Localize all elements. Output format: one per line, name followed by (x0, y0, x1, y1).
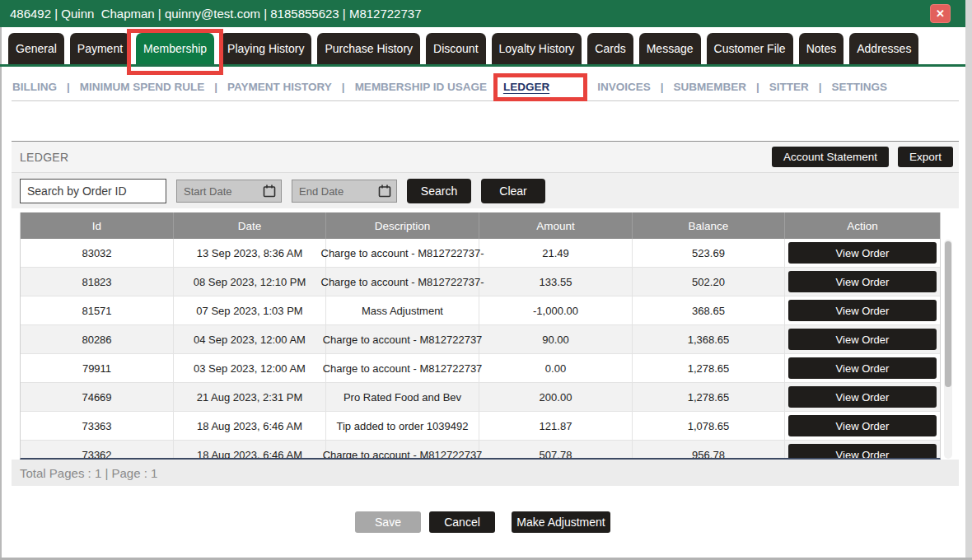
cell-amount: 0.00 (479, 354, 633, 383)
subnav-membership-id-usage[interactable]: MEMBERSHIP ID USAGE (355, 81, 487, 93)
subnav-separator: | (67, 81, 70, 93)
tab-notes[interactable]: Notes (799, 33, 844, 64)
view-order-button[interactable]: View Order (788, 242, 937, 264)
subnav-ledger-wrap: LEDGER (503, 81, 549, 93)
account-statement-button[interactable]: Account Statement (772, 147, 889, 167)
subnav-settings[interactable]: SETTINGS (832, 81, 888, 93)
tab-purchase-history[interactable]: Purchase History (317, 33, 420, 64)
tab-cards[interactable]: Cards (587, 33, 633, 64)
cell-balance: 1,368.65 (633, 325, 785, 354)
cell-amount: 21.49 (479, 239, 633, 268)
cell-balance: 523.69 (633, 239, 785, 268)
cell-description: Charge to account - M812722737 (326, 441, 479, 460)
make-adjustment-button[interactable]: Make Adjustment (512, 511, 610, 533)
subnav-separator: | (214, 81, 217, 93)
window-left-edge (0, 0, 2, 560)
cell-balance: 1,278.65 (633, 383, 785, 412)
column-header-date: Date (174, 212, 326, 239)
search-button[interactable]: Search (407, 179, 471, 203)
tab-general[interactable]: General (8, 33, 64, 64)
cell-description: Pro Rated Food and Bev (326, 383, 479, 412)
cell-description: Charge to account - M812722737 (326, 354, 479, 383)
table-row: 73363 18 Aug 2023, 6:46 AM Tip added to … (21, 412, 940, 441)
view-order-button[interactable]: View Order (788, 386, 937, 408)
view-order-button[interactable]: View Order (788, 329, 937, 350)
tab-underline-rule (0, 64, 965, 67)
cell-balance: 368.65 (633, 296, 785, 325)
subnav-separator: | (756, 81, 759, 93)
table-row: 81571 07 Sep 2023, 1:03 PM Mass Adjustme… (21, 296, 940, 325)
cell-id: 79911 (21, 354, 174, 383)
ledger-table: Id Date Description Amount Balance Actio… (20, 212, 941, 460)
dialog-action-row: Save Cancel Make Adjustment (0, 511, 965, 533)
titlebar: 486492 | Quinn Chapman | quinny@test.com… (0, 0, 965, 27)
table-row: 81823 08 Sep 2023, 12:10 PM Charge to ac… (21, 268, 940, 296)
end-date-input[interactable] (292, 185, 377, 198)
cell-date: 04 Sep 2023, 12:00 AM (174, 325, 326, 354)
tab-message[interactable]: Message (639, 33, 701, 64)
subnav: BILLING | MINIMUM SPEND RULE | PAYMENT H… (12, 72, 960, 100)
cell-description: Mass Adjustment (326, 296, 479, 325)
column-header-amount: Amount (479, 212, 633, 239)
search-order-id-input[interactable] (20, 179, 166, 203)
calendar-icon[interactable] (262, 184, 277, 198)
column-header-id: Id (21, 212, 174, 239)
clear-button[interactable]: Clear (481, 179, 545, 203)
subnav-minimum-spend-rule[interactable]: MINIMUM SPEND RULE (80, 81, 205, 93)
cell-date: 13 Sep 2023, 8:36 AM (174, 239, 326, 268)
start-date-field[interactable] (176, 180, 282, 203)
subnav-separator: | (342, 81, 345, 93)
tab-strip: General Payment Membership Playing Histo… (8, 33, 964, 64)
tab-addresses[interactable]: Addresses (849, 33, 918, 64)
cell-amount: 507.78 (479, 441, 633, 460)
table-row: 73362 18 Aug 2023, 6:46 AM Charge to acc… (21, 441, 940, 460)
table-scrollbar-thumb[interactable] (945, 241, 951, 387)
cell-balance: 502.20 (633, 268, 785, 296)
save-button[interactable]: Save (355, 511, 421, 533)
column-header-description: Description (326, 212, 479, 239)
pagination-text: Total Pages : 1 | Page : 1 (20, 466, 157, 480)
close-button[interactable]: ✕ (930, 4, 951, 23)
close-icon: ✕ (936, 7, 945, 20)
tab-discount[interactable]: Discount (426, 33, 485, 64)
cell-date: 07 Sep 2023, 1:03 PM (174, 296, 326, 325)
cell-date: 21 Aug 2023, 2:31 PM (174, 383, 326, 412)
subnav-ledger[interactable]: LEDGER (503, 81, 549, 93)
subnav-billing[interactable]: BILLING (12, 81, 57, 93)
subnav-separator: | (661, 81, 664, 93)
view-order-button[interactable]: View Order (788, 271, 937, 292)
subnav-submember[interactable]: SUBMEMBER (673, 81, 746, 93)
tab-membership-wrap: Membership (136, 33, 214, 64)
view-order-button[interactable]: View Order (788, 415, 937, 436)
tab-customer-file[interactable]: Customer File (707, 33, 793, 64)
tab-payment[interactable]: Payment (70, 33, 130, 64)
subnav-sitter[interactable]: SITTER (769, 81, 809, 93)
cell-id: 74669 (21, 383, 174, 412)
cancel-button[interactable]: Cancel (429, 511, 495, 533)
cell-description: Tip added to order 1039492 (326, 412, 479, 441)
view-order-button[interactable]: View Order (788, 300, 937, 321)
cell-amount: 90.00 (479, 325, 633, 354)
table-row: 74669 21 Aug 2023, 2:31 PM Pro Rated Foo… (21, 383, 940, 412)
cell-date: 03 Sep 2023, 12:00 AM (174, 354, 326, 383)
cell-id: 83032 (21, 239, 174, 268)
tab-membership[interactable]: Membership (136, 33, 214, 64)
cell-id: 81571 (21, 296, 174, 325)
cell-balance: 1,078.65 (633, 412, 785, 441)
tab-playing-history[interactable]: Playing History (220, 33, 311, 64)
cell-description: Charge to account - M812722737- (326, 239, 479, 268)
window-right-edge (965, 0, 972, 560)
customer-summary-text: 486492 | Quinn Chapman | quinny@test.com… (10, 7, 422, 21)
calendar-icon[interactable] (377, 184, 392, 198)
cell-date: 08 Sep 2023, 12:10 PM (174, 268, 326, 296)
view-order-button[interactable]: View Order (788, 444, 937, 460)
table-row: 83032 13 Sep 2023, 8:36 AM Charge to acc… (21, 239, 940, 268)
table-header-row: Id Date Description Amount Balance Actio… (21, 212, 940, 239)
start-date-input[interactable] (177, 185, 262, 198)
subnav-invoices[interactable]: INVOICES (597, 81, 651, 93)
view-order-button[interactable]: View Order (788, 357, 937, 379)
export-button[interactable]: Export (898, 147, 953, 167)
end-date-field[interactable] (292, 180, 397, 203)
tab-loyalty-history[interactable]: Loyalty History (492, 33, 582, 64)
subnav-payment-history[interactable]: PAYMENT HISTORY (227, 81, 332, 93)
